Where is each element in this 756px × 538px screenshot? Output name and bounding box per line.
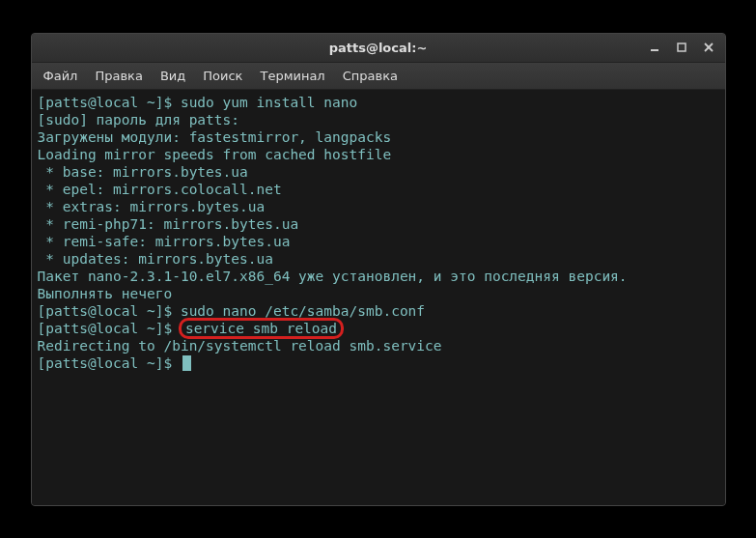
terminal-window: patts@local:~ Файл Правка Вид Поиск Терм… bbox=[31, 33, 726, 506]
terminal-line: * epel: mirrors.colocall.net bbox=[38, 181, 719, 198]
minimize-button[interactable] bbox=[642, 37, 667, 58]
terminal-line: * remi-safe: mirrors.bytes.ua bbox=[38, 233, 719, 250]
terminal-line: Загружены модули: fastestmirror, langpac… bbox=[38, 128, 719, 146]
terminal-line: * base: mirrors.bytes.ua bbox=[38, 163, 719, 181]
minimize-icon bbox=[650, 42, 659, 52]
terminal-line-highlighted: [patts@local ~]$ service smb reload bbox=[38, 320, 719, 337]
close-icon bbox=[704, 42, 714, 52]
window-controls bbox=[642, 37, 721, 58]
menubar: Файл Правка Вид Поиск Терминал Справка bbox=[32, 63, 725, 90]
terminal-line: [sudo] пароль для patts: bbox=[38, 111, 719, 128]
terminal-line: Пакет nano-2.3.1-10.el7.x86_64 уже устан… bbox=[38, 268, 719, 285]
terminal-line: Выполнять нечего bbox=[38, 285, 719, 302]
menu-search[interactable]: Поиск bbox=[195, 66, 250, 86]
cursor bbox=[182, 355, 191, 371]
prompt: [patts@local ~]$ bbox=[38, 321, 181, 336]
terminal-line: * extras: mirrors.bytes.ua bbox=[38, 198, 719, 215]
terminal-output[interactable]: [patts@local ~]$ sudo yum install nano [… bbox=[32, 90, 725, 505]
close-button[interactable] bbox=[696, 37, 721, 58]
menu-edit[interactable]: Правка bbox=[87, 66, 150, 86]
terminal-line-prompt: [patts@local ~]$ bbox=[38, 354, 719, 372]
terminal-line: * remi-php71: mirrors.bytes.ua bbox=[38, 215, 719, 233]
svg-rect-0 bbox=[651, 49, 658, 51]
menu-view[interactable]: Вид bbox=[153, 66, 193, 86]
titlebar[interactable]: patts@local:~ bbox=[32, 34, 725, 63]
menu-file[interactable]: Файл bbox=[36, 66, 86, 86]
terminal-line: Loading mirror speeds from cached hostfi… bbox=[38, 146, 719, 163]
maximize-button[interactable] bbox=[669, 37, 694, 58]
terminal-line: [patts@local ~]$ sudo yum install nano bbox=[38, 94, 719, 111]
menu-help[interactable]: Справка bbox=[335, 66, 406, 86]
window-title: patts@local:~ bbox=[329, 41, 428, 55]
terminal-line: [patts@local ~]$ sudo nano /etc/samba/sm… bbox=[38, 302, 719, 320]
menu-terminal[interactable]: Терминал bbox=[252, 66, 332, 86]
terminal-line: Redirecting to /bin/systemctl reload smb… bbox=[38, 337, 719, 354]
prompt: [patts@local ~]$ bbox=[38, 355, 181, 371]
highlighted-command: service smb reload bbox=[185, 321, 337, 336]
maximize-icon bbox=[677, 42, 686, 52]
terminal-line: * updates: mirrors.bytes.ua bbox=[38, 250, 719, 268]
svg-rect-1 bbox=[678, 43, 686, 51]
command-highlight: service smb reload bbox=[179, 318, 344, 339]
